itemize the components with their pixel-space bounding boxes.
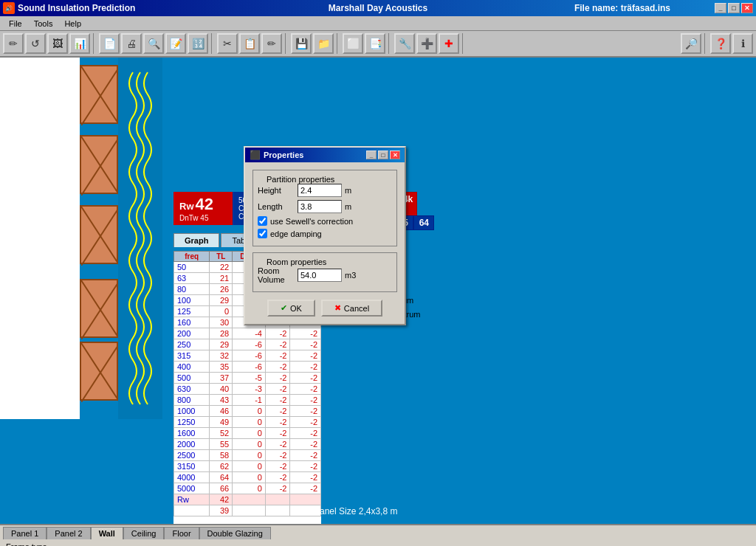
panel-block-5 [80,342,118,401]
room-legend: Room properties [264,258,392,266]
app-title: Sound Insulation Prediction [18,3,574,13]
tb-calc2[interactable]: 🔧 [394,33,415,54]
menu-help[interactable]: Help [58,18,87,30]
frame-type-title: Frame type [6,542,750,546]
tb-image[interactable]: 🖼 [47,33,68,54]
dialog-body: Partition properties Height m Length m u… [245,162,405,324]
dntw-label: DnTw [179,214,199,222]
table-row: 31532-6-2-2 [174,350,321,362]
length-row: Length m [258,200,392,213]
left-panel [0,58,173,524]
table-row: 1000460-2-2 [174,406,321,417]
dntw-value: 45 [200,214,208,222]
ok-button[interactable]: ✔ OK [267,300,315,317]
room-volume-label: Room Volume [258,266,295,284]
table-row: 3150620-2-2 [174,461,321,472]
dntw-row: DnTw 45 [179,214,208,222]
table-row: 2500580-2-2 [174,450,321,461]
table-row: 25029-6-2-2 [174,339,321,350]
table-row: 1250490-2-2 [174,417,321,428]
sewell-label: use Sewell's correction [270,217,353,226]
tb-refresh[interactable]: ↺ [25,33,46,54]
panel-block-2 [80,135,118,194]
dialog-title-text: Properties [264,151,303,159]
window-controls[interactable]: _ □ ✕ [715,3,753,13]
table-row: 80043-1-2-2 [174,395,321,406]
room-volume-unit: m3 [345,271,356,280]
partition-legend: Partition properties [264,175,392,184]
cavity-viz [118,58,162,419]
menu-tools[interactable]: Tools [28,18,59,30]
table-row: Rw42 [174,494,321,505]
length-input[interactable] [298,200,342,213]
tab-graph[interactable]: Graph [173,233,219,247]
panel-tabs: Panel 1 Panel 2 Wall Ceiling Floor Doubl… [0,525,756,539]
edge-checkbox[interactable] [258,229,267,238]
col-tl: TL [210,252,233,262]
table-row: 5000660-2-2 [174,483,321,494]
main-area: Rw 42 DnTw 45 50-3150 C -2 Ctr -6 63 125… [0,58,756,524]
tb-info[interactable]: ℹ [732,33,753,54]
table-row: 2000550-2-2 [174,439,321,450]
dialog-maximize[interactable]: □ [378,151,388,159]
bottom-panel: Panel 1 Panel 2 Wall Ceiling Floor Doubl… [0,524,756,546]
tb-paste[interactable]: 📋 [239,33,260,54]
menu-bar: File Tools Help [0,16,756,31]
tb-calc[interactable]: 🔢 [188,33,208,54]
partition-group: Partition properties Height m Length m u… [252,170,397,246]
tb-add[interactable]: ➕ [416,33,437,54]
tb-red[interactable]: ✚ [439,33,459,54]
dialog-title: ⬛ Properties _ □ ✕ [245,148,405,162]
dialog-controls[interactable]: _ □ ✕ [366,151,400,159]
panel-block-1 [80,65,118,124]
height-input[interactable] [298,184,342,197]
properties-dialog: ⬛ Properties _ □ ✕ Partition properties … [244,146,406,325]
panel-block-3 [80,205,118,264]
panel-tab-ceiling[interactable]: Ceiling [123,527,165,539]
close-btn[interactable]: ✕ [741,3,753,13]
tb-edit[interactable]: 📝 [165,33,186,54]
panel-tab-1[interactable]: Panel 1 [3,527,47,539]
sewell-checkbox[interactable] [258,216,267,226]
tb-magnify[interactable]: 🔎 [681,33,701,54]
panel-content: Frame type Timber stud Staggered stud Ti… [0,539,756,546]
cancel-button[interactable]: ✖ Cancel [321,300,382,317]
bval-64: 64 [413,215,434,230]
length-label: Length [258,202,295,211]
tb-save[interactable]: 💾 [291,33,312,54]
tb-open[interactable]: 📁 [313,33,334,54]
tb-help[interactable]: ❓ [710,33,731,54]
rw-label: Rw [179,201,194,212]
sewell-row: use Sewell's correction [258,216,392,226]
right-wall [162,58,173,419]
dialog-minimize[interactable]: _ [366,151,377,159]
tb-chart[interactable]: 📊 [69,33,90,54]
tb-draw[interactable]: ✏ [3,33,24,54]
maximize-btn[interactable]: □ [728,3,740,13]
edge-label: edge damping [270,229,322,238]
tb-print[interactable]: 🖨 [121,33,142,54]
room-group: Room properties Room Volume m3 [252,252,397,292]
panel-tab-floor[interactable]: Floor [164,527,199,539]
rw-box: Rw 42 DnTw 45 [173,192,233,225]
panel-tab-wall[interactable]: Wall [91,527,123,539]
minimize-btn[interactable]: _ [715,3,726,13]
edge-row: edge damping [258,229,392,238]
tb-cut[interactable]: ✂ [217,33,238,54]
tb-square[interactable]: ⬜ [343,33,363,54]
toolbar: ✏ ↺ 🖼 📊 📄 🖨 🔍 📝 🔢 ✂ 📋 ✏ 💾 📁 ⬜ 📑 🔧 ➕ ✚ 🔎 … [0,31,756,58]
tb-copy[interactable]: 📑 [365,33,385,54]
menu-file[interactable]: File [3,18,28,30]
height-row: Height m [258,184,392,197]
room-volume-input[interactable] [298,269,342,282]
tb-doc[interactable]: 📄 [99,33,120,54]
length-unit: m [345,202,351,211]
tb-search[interactable]: 🔍 [143,33,164,54]
panel-tab-glazing[interactable]: Double Glazing [199,527,271,539]
height-label: Height [258,186,295,195]
panel-tab-2[interactable]: Panel 2 [47,527,90,539]
dialog-close[interactable]: ✕ [390,151,400,159]
table-row: 4000640-2-2 [174,472,321,483]
table-row: 39 [174,505,321,516]
tb-pencil[interactable]: ✏ [261,33,282,54]
